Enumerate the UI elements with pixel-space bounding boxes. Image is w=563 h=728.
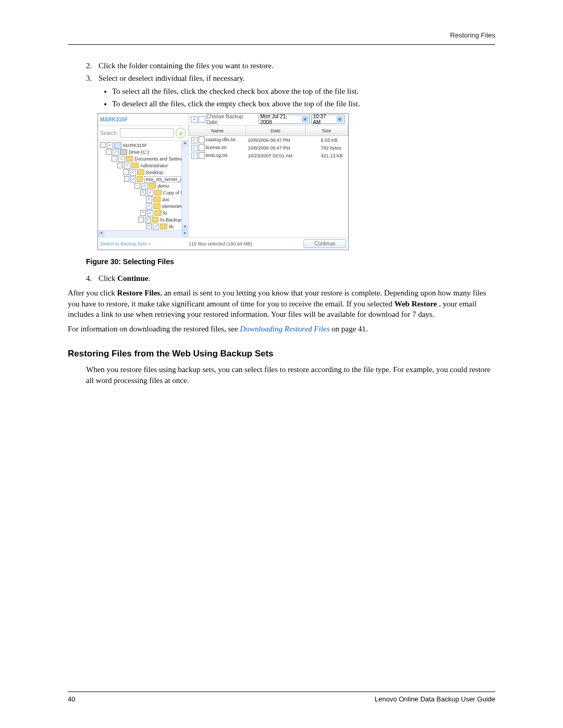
file-checkbox[interactable]: ✓ — [191, 145, 198, 151]
tree-checkbox[interactable]: ✓ — [147, 190, 153, 196]
column-header-size[interactable]: Size — [305, 126, 348, 136]
bullet-item: To select all the files, click the check… — [112, 86, 495, 96]
tree-node[interactable]: ✓doc — [100, 196, 188, 203]
tree-checkbox[interactable]: ✓ — [146, 203, 152, 209]
tree-node[interactable]: -✓esa_xts_server_dlls — [100, 176, 188, 182]
folder-icon — [149, 183, 156, 189]
tree-node-label: MARK315F — [123, 143, 148, 148]
column-header-date[interactable]: Date — [246, 126, 305, 136]
selected-files-status: 115 files selected (180.94 MB) — [189, 241, 252, 246]
tree-checkbox[interactable]: ✓ — [146, 196, 152, 203]
vertical-scrollbar[interactable]: ▲ ▼ — [181, 141, 188, 231]
text-bold: Continue — [117, 274, 148, 282]
downloading-restored-files-link[interactable]: Downloading Restored Files — [240, 325, 329, 333]
continue-button[interactable]: Continue — [303, 239, 346, 248]
file-icon — [199, 152, 205, 159]
file-date: 10/23/2007 02:01 AM — [246, 152, 305, 159]
drive-icon — [120, 149, 127, 155]
folder-icon — [153, 203, 161, 209]
file-name: license.txt — [206, 145, 227, 150]
tree-node-label: doc — [162, 197, 170, 202]
tree-node[interactable]: -✓Drive (C:) — [100, 149, 188, 155]
body-paragraph: For information on downloading the resto… — [68, 324, 495, 334]
tree-node[interactable]: -✓MARK315F — [100, 142, 188, 149]
collapse-icon[interactable]: - — [106, 149, 112, 155]
column-header-name[interactable]: Name — [189, 126, 246, 136]
table-row[interactable]: ✓license.txt10/8/2006 09:47 PM782 bytes — [189, 144, 348, 152]
tree-checkbox[interactable]: ✓ — [147, 210, 153, 216]
expand-icon[interactable]: + — [140, 210, 146, 216]
computer-name-label: MARK315F — [98, 114, 189, 125]
tree-node-label: demo — [157, 183, 169, 189]
scroll-right-icon[interactable]: ► — [182, 231, 188, 237]
table-row[interactable]: ✓catalog-dlls.txt10/8/2006 09:47 PM6.03 … — [189, 136, 348, 144]
scroll-up-icon[interactable]: ▲ — [182, 141, 188, 147]
instruction-text: Select or deselect individual files, if … — [99, 73, 245, 83]
tree-node[interactable]: -✓demo — [100, 182, 188, 189]
folder-icon — [152, 217, 158, 223]
tree-checkbox[interactable]: ✓ — [141, 183, 148, 189]
text-fragment: . — [148, 274, 150, 282]
collapse-icon[interactable]: - — [138, 217, 144, 223]
tree-checkbox[interactable]: ✓ — [153, 224, 159, 230]
tree-node[interactable]: +✓Copy of fo — [100, 189, 188, 196]
tree-node-label: Drive (C:) — [129, 150, 149, 155]
tree-node[interactable]: +✓fo — [100, 209, 188, 216]
body-paragraph: After you click Restore Files, an email … — [68, 288, 495, 319]
folder-tree[interactable]: -✓MARK315F-✓Drive (C:)-✓Documents and Se… — [98, 141, 188, 237]
tree-node-label: fo — [163, 211, 167, 216]
text-fragment: Click — [99, 274, 117, 282]
tree-checkbox[interactable]: ✓ — [118, 156, 125, 162]
text-fragment: After you click — [68, 289, 117, 297]
computer-icon — [114, 142, 121, 149]
tree-checkbox[interactable]: ✓ — [113, 149, 119, 155]
text-bold: Restore Files — [117, 289, 161, 297]
dropdown-value: 10:37 AM — [313, 114, 335, 125]
tree-checkbox[interactable]: ✓ — [130, 169, 136, 176]
expand-icon[interactable]: + — [140, 190, 146, 195]
backup-date-dropdown[interactable]: Mon Jul 21, 2008 ▼ — [259, 115, 310, 124]
expand-icon[interactable]: + — [146, 224, 152, 229]
scroll-left-icon[interactable]: ◄ — [98, 231, 104, 237]
collapse-icon[interactable]: - — [134, 183, 140, 189]
tree-node[interactable]: -✓Administrator — [100, 162, 188, 169]
instruction-number: 2. — [86, 60, 99, 71]
chevron-down-icon: ▼ — [337, 116, 343, 122]
collapse-icon[interactable]: - — [124, 176, 129, 182]
collapse-icon[interactable]: - — [123, 169, 129, 175]
deselect-all-checkbox[interactable] — [199, 116, 205, 123]
bullet-item: To deselect all the files, click the emp… — [112, 98, 495, 109]
tree-checkbox[interactable]: ✓ — [124, 163, 130, 169]
folder-icon — [153, 196, 161, 202]
instruction-item-4: 4. Click Continue. — [86, 273, 495, 283]
tree-node[interactable]: +✓lib — [100, 223, 188, 230]
tree-checkbox[interactable]: ✓ — [145, 217, 151, 223]
dropdown-value: Mon Jul 21, 2008 — [260, 114, 300, 125]
tree-node[interactable]: -✓Documents and Settings — [100, 155, 188, 162]
instruction-list-cont: 4. Click Continue. — [86, 273, 495, 283]
select-all-checkbox[interactable]: ✓ — [191, 116, 198, 123]
tree-checkbox[interactable]: ✓ — [130, 176, 136, 182]
figure-screenshot: MARK315F ✓ Choose Backup Date: Mon Jul 2… — [97, 113, 349, 250]
header-rule — [68, 44, 495, 45]
header-chapter-title: Restoring Files — [68, 31, 495, 39]
bullet-list: To select all the files, click the check… — [86, 86, 495, 109]
tree-node[interactable]: ✓elementret — [100, 203, 188, 209]
page-footer: 40 Lenovo Online Data Backup User Guide — [68, 692, 495, 703]
backup-time-dropdown[interactable]: 10:37 AM ▼ — [311, 115, 345, 124]
search-input[interactable] — [120, 128, 174, 138]
collapse-icon[interactable]: - — [112, 156, 117, 162]
switch-backup-sets-link[interactable]: Switch to Backup Sets » — [100, 241, 189, 246]
tree-checkbox[interactable]: ✓ — [107, 142, 113, 149]
tree-node[interactable]: -✓Desktop — [100, 169, 188, 176]
chevron-down-icon: ▼ — [302, 116, 308, 122]
file-checkbox[interactable]: ✓ — [191, 153, 198, 159]
table-row[interactable]: ✓testLog.txt10/23/2007 02:01 AM421.13 KB — [189, 152, 348, 159]
tree-node[interactable]: -✓fo-Backup-25 — [100, 216, 188, 223]
collapse-icon[interactable]: - — [100, 142, 106, 148]
body-paragraph: When you restore files using backup sets… — [86, 364, 495, 386]
file-checkbox[interactable]: ✓ — [191, 137, 198, 143]
collapse-icon[interactable]: - — [117, 163, 123, 168]
horizontal-scrollbar[interactable]: ◄ ► — [98, 230, 188, 237]
search-button[interactable]: ⌕ — [176, 128, 186, 138]
